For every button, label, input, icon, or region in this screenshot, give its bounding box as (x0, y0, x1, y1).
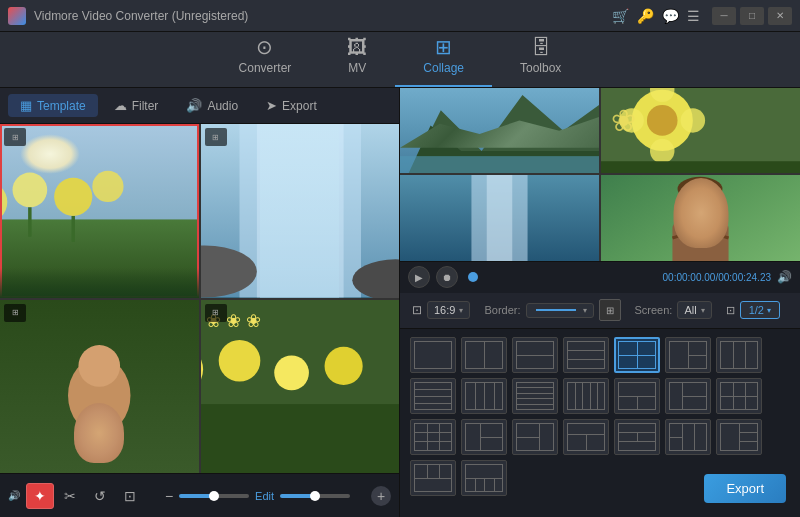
export-button[interactable]: Export (704, 474, 786, 503)
edit-btn-copy[interactable]: ⊡ (116, 483, 144, 509)
border-label: Border: (484, 304, 520, 316)
right-preview (400, 88, 800, 261)
template-single[interactable] (410, 337, 456, 373)
menu-icon[interactable]: ☰ (687, 8, 700, 24)
svg-rect-41 (672, 223, 728, 261)
time-current: 00:00:00.00 (663, 272, 716, 283)
tab-mv[interactable]: 🖼 MV (319, 29, 395, 87)
fraction-value: 1/2 (749, 304, 764, 316)
screen-select[interactable]: All ▾ (677, 301, 711, 319)
edit-btn-undo[interactable]: ↺ (86, 483, 114, 509)
cart-icon[interactable]: 🛒 (612, 8, 629, 24)
chat-icon[interactable]: 💬 (662, 8, 679, 24)
tab-converter-label: Converter (239, 61, 292, 75)
nav-tabs: ⊙ Converter 🖼 MV ⊞ Collage 🗄 Toolbox (0, 32, 800, 88)
template-top-wide[interactable] (563, 419, 609, 455)
template-hquad[interactable] (410, 378, 456, 414)
right-controls: ▶ ⏺ 00:00:00.00/00:00:24.23 🔊 (400, 261, 800, 293)
border-group: Border: ▾ ⊞ (484, 299, 620, 321)
template-left-tall[interactable] (461, 419, 507, 455)
right-cell-4 (601, 175, 800, 260)
edit-slider[interactable] (179, 494, 249, 498)
screen-group: Screen: All ▾ (635, 301, 712, 319)
template-hthree[interactable] (665, 419, 711, 455)
minimize-button[interactable]: ─ (712, 7, 736, 25)
options-bar: ⊡ 16:9 ▾ Border: ▾ ⊞ Screen: All ▾ (400, 293, 800, 329)
screen-chevron: ▾ (701, 306, 705, 315)
fraction-chevron: ▾ (767, 306, 771, 315)
left-panel: ▦ Template ☁ Filter 🔊 Audio ➤ Export ⊞ (0, 88, 400, 517)
svg-point-31 (647, 105, 678, 136)
template-hfive[interactable] (512, 378, 558, 414)
svg-point-22 (274, 355, 309, 390)
svg-rect-40 (601, 175, 800, 260)
collage-icon: ⊞ (435, 37, 452, 57)
tab-collage[interactable]: ⊞ Collage (395, 29, 492, 87)
template-custom2[interactable] (410, 460, 456, 496)
converter-icon: ⊙ (256, 37, 273, 57)
edit-btn-star[interactable]: ✦ (26, 483, 54, 509)
template-quad[interactable] (614, 337, 660, 373)
play-button[interactable]: ▶ (408, 266, 430, 288)
border-chevron: ▾ (583, 306, 587, 315)
border-select[interactable]: ▾ (526, 303, 594, 318)
svg-point-42 (678, 185, 723, 230)
right-cell-2 (601, 88, 800, 173)
edit-label: Edit (255, 490, 274, 502)
template-vsplit[interactable] (512, 337, 558, 373)
volume-icon[interactable]: 🔊 (777, 270, 792, 284)
template-custom3[interactable] (461, 460, 507, 496)
filter-icon: ☁ (114, 98, 127, 113)
template-vsix[interactable] (563, 378, 609, 414)
fraction-icon: ⊡ (726, 304, 735, 317)
sub-tab-filter[interactable]: ☁ Filter (102, 94, 171, 117)
template-hsplit[interactable] (461, 337, 507, 373)
maximize-button[interactable]: □ (740, 7, 764, 25)
minus-btn[interactable]: − (165, 488, 173, 504)
grid-icon-button[interactable]: ⊞ (599, 299, 621, 321)
add-button[interactable]: + (371, 486, 391, 506)
template-mix3[interactable] (716, 378, 762, 414)
template-vfour[interactable] (461, 378, 507, 414)
collage-cell-3[interactable]: ⊞ (0, 300, 199, 474)
close-button[interactable]: ✕ (768, 7, 792, 25)
template-triple-v[interactable] (614, 419, 660, 455)
key-icon[interactable]: 🔑 (637, 8, 654, 24)
left-preview: ⊞ (0, 124, 399, 473)
template-hthirds[interactable] (716, 337, 762, 373)
template-right-tall[interactable] (512, 419, 558, 455)
template-trio-right[interactable] (665, 337, 711, 373)
progress-indicator (468, 272, 478, 282)
template-mix1[interactable] (614, 378, 660, 414)
edit-btn-cut[interactable]: ✂ (56, 483, 84, 509)
collage-cell-1[interactable]: ⊞ (0, 124, 199, 298)
collage-cell-4[interactable]: ⊞ (201, 300, 400, 474)
template-nine[interactable] (410, 419, 456, 455)
fraction-group: ⊡ 1/2 ▾ (726, 301, 780, 319)
template-custom1[interactable] (716, 419, 762, 455)
stop-button[interactable]: ⏺ (436, 266, 458, 288)
volume-indicator: 🔊 (8, 490, 20, 501)
tab-mv-label: MV (348, 61, 366, 75)
fraction-select[interactable]: 1/2 ▾ (740, 301, 780, 319)
aspect-select[interactable]: 16:9 ▾ (427, 301, 470, 319)
sub-tab-audio[interactable]: 🔊 Audio (174, 94, 250, 117)
sub-tab-export-label: Export (282, 99, 317, 113)
collage-cell-2[interactable]: ⊞ (201, 124, 400, 298)
mv-icon: 🖼 (347, 37, 367, 57)
export-sub-icon: ➤ (266, 98, 277, 113)
sub-tab-template-label: Template (37, 99, 86, 113)
sub-tab-template[interactable]: ▦ Template (8, 94, 98, 117)
cell-2-indicator: ⊞ (205, 128, 227, 146)
edit-slider-2[interactable] (280, 494, 350, 498)
tab-toolbox[interactable]: 🗄 Toolbox (492, 29, 589, 87)
sub-tab-export[interactable]: ➤ Export (254, 94, 329, 117)
svg-rect-11 (256, 124, 343, 298)
tab-converter[interactable]: ⊙ Converter (211, 29, 320, 87)
template-mix2[interactable] (665, 378, 711, 414)
aspect-value: 16:9 (434, 304, 455, 316)
template-three-h[interactable] (563, 337, 609, 373)
right-collage-grid (400, 88, 800, 261)
title-bar: Vidmore Video Converter (Unregistered) 🛒… (0, 0, 800, 32)
screen-value: All (684, 304, 696, 316)
